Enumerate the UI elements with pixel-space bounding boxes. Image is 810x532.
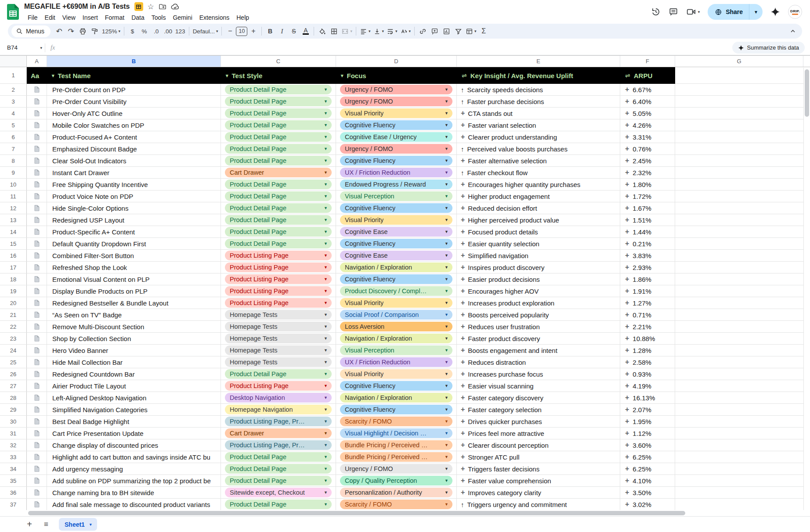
focus-chip[interactable]: UX / Friction Reduction▼ <box>340 168 452 177</box>
chip-caret-icon[interactable]: ▼ <box>445 135 448 139</box>
labs-badge-icon[interactable] <box>134 2 143 11</box>
chip-caret-icon[interactable]: ▼ <box>324 253 328 258</box>
focus-chip[interactable]: Visual Perception▼ <box>340 345 452 355</box>
chip-caret-icon[interactable]: ▼ <box>445 99 448 104</box>
doc-icon-cell[interactable] <box>27 84 47 95</box>
empty-cell[interactable] <box>675 131 810 143</box>
focus-chip[interactable]: Cognitive Ease / Urgency▼ <box>340 132 452 142</box>
chip-caret-icon[interactable]: ▼ <box>445 277 448 281</box>
insert-comment-button[interactable] <box>429 25 441 37</box>
arpu-cell[interactable]: +1.80% <box>620 179 675 190</box>
test-style-chip[interactable]: Product Listing Page▼ <box>225 262 332 272</box>
focus-chip[interactable]: Personanlization / Authority▼ <box>340 488 452 497</box>
doc-icon-cell[interactable] <box>27 463 47 474</box>
arpu-cell[interactable]: +1.12% <box>620 428 675 439</box>
insight-cell[interactable]: +Focused product details <box>457 226 620 237</box>
test-style-chip[interactable]: Product Detail Page▼ <box>225 464 332 474</box>
arpu-cell[interactable]: +0.93% <box>620 368 675 380</box>
test-style-cell[interactable]: Product Detail Page▼ <box>221 155 336 166</box>
focus-chip[interactable]: Scarcity / FOMO▼ <box>340 417 452 426</box>
chip-caret-icon[interactable]: ▼ <box>324 455 328 459</box>
test-style-cell[interactable]: Product Detail Page▼ <box>221 238 336 249</box>
horizontal-scrollbar-thumb[interactable] <box>28 511 685 515</box>
test-style-chip[interactable]: Product Detail Page▼ <box>225 369 332 379</box>
row-number[interactable]: 9 <box>0 167 27 178</box>
row-number[interactable]: 32 <box>0 439 27 451</box>
chip-caret-icon[interactable]: ▼ <box>445 170 448 175</box>
empty-cell[interactable] <box>675 499 810 510</box>
test-style-cell[interactable]: Homepage Tests▼ <box>221 345 336 356</box>
empty-cell[interactable] <box>675 428 810 439</box>
focus-cell[interactable]: Navigation / Exploration▼ <box>336 333 457 344</box>
menu-help[interactable]: Help <box>233 14 253 21</box>
insight-cell[interactable]: +Faster variant selection <box>457 119 620 131</box>
merge-cells-button[interactable]: ▾ <box>340 25 354 37</box>
chip-caret-icon[interactable]: ▼ <box>324 313 328 317</box>
empty-cell[interactable] <box>675 309 810 320</box>
chip-caret-icon[interactable]: ▼ <box>445 147 448 151</box>
chip-caret-icon[interactable]: ▼ <box>324 431 328 435</box>
arpu-cell[interactable]: +5.05% <box>620 108 675 119</box>
chip-caret-icon[interactable]: ▼ <box>445 182 448 187</box>
sheet-tab-sheet1[interactable]: Sheet1 ▾ <box>59 518 97 531</box>
focus-chip[interactable]: Visual Perception▼ <box>340 191 452 201</box>
doc-icon-cell[interactable] <box>27 392 47 403</box>
meet-video-icon[interactable]: ▾ <box>686 7 700 17</box>
test-style-cell[interactable]: Product Listing Page▼ <box>221 273 336 285</box>
doc-icon-cell[interactable] <box>27 108 47 119</box>
test-style-cell[interactable]: Product Detail Page▼ <box>221 143 336 155</box>
test-style-chip[interactable]: Product Detail Page▼ <box>225 203 332 213</box>
test-style-cell[interactable]: Cart Drawer▼ <box>221 167 336 178</box>
test-name-cell[interactable]: Best Deal Badge Highlight <box>47 416 221 427</box>
doc-icon-cell[interactable] <box>27 428 47 439</box>
insight-cell[interactable]: +Stronger ATC pull <box>457 451 620 463</box>
arpu-cell[interactable]: +1.27% <box>620 297 675 309</box>
row-number[interactable]: 7 <box>0 143 27 155</box>
focus-chip[interactable]: Scarcity / FOMO▼ <box>340 500 452 509</box>
italic-button[interactable]: I <box>276 25 288 37</box>
chip-caret-icon[interactable]: ▼ <box>324 490 328 495</box>
empty-cell[interactable] <box>675 475 810 486</box>
test-style-cell[interactable]: Product Detail Page▼ <box>221 84 336 95</box>
focus-cell[interactable]: Loss Aversion▼ <box>336 321 457 332</box>
test-name-cell[interactable]: Default Quantity Dropdown First <box>47 238 221 249</box>
document-title[interactable]: MEGAFILE +€690M in A/B Tests <box>24 3 130 11</box>
doc-icon-cell[interactable] <box>27 214 47 226</box>
doc-icon-cell[interactable] <box>27 226 47 237</box>
test-style-chip[interactable]: Product Listing Page▼ <box>225 251 332 260</box>
chip-caret-icon[interactable]: ▼ <box>324 99 328 104</box>
doc-icon-cell[interactable] <box>27 356 47 368</box>
insight-cell[interactable]: +Drives quicker purchases <box>457 416 620 427</box>
arpu-cell[interactable]: +3.60% <box>620 439 675 451</box>
arpu-cell[interactable]: +4.10% <box>620 475 675 486</box>
chip-caret-icon[interactable]: ▼ <box>324 277 328 281</box>
row-number[interactable]: 28 <box>0 392 27 403</box>
star-icon[interactable]: ☆ <box>148 2 154 11</box>
row-number[interactable]: 30 <box>0 416 27 427</box>
chip-caret-icon[interactable]: ▼ <box>445 218 448 222</box>
insight-cell[interactable]: +Reduces distraction <box>457 356 620 368</box>
insight-cell[interactable]: +Faster product discovery <box>457 333 620 344</box>
insight-cell[interactable]: +Improves category clarity <box>457 487 620 498</box>
sheet-tab-caret-icon[interactable]: ▾ <box>90 522 92 527</box>
text-wrap-button[interactable]: ▾ <box>385 25 399 37</box>
insert-link-button[interactable] <box>417 25 429 37</box>
test-style-cell[interactable]: Product Listing Page▼ <box>221 250 336 261</box>
chip-caret-icon[interactable]: ▼ <box>324 111 328 115</box>
focus-chip[interactable]: Cognitive Fluency▼ <box>340 274 452 284</box>
arpu-cell[interactable]: +1.86% <box>620 273 675 285</box>
focus-chip[interactable]: Loss Aversion▼ <box>340 322 452 331</box>
test-style-cell[interactable]: Product Detail Page▼ <box>221 499 336 510</box>
insight-cell[interactable]: +CTA stands out <box>457 108 620 119</box>
test-style-chip[interactable]: Sitewide except, Checkout▼ <box>225 488 332 497</box>
row-number[interactable]: 26 <box>0 368 27 380</box>
insight-cell[interactable]: +Increases purchase focus <box>457 368 620 380</box>
doc-icon-cell[interactable] <box>27 333 47 344</box>
chip-caret-icon[interactable]: ▼ <box>445 206 448 210</box>
row-number[interactable]: 14 <box>0 226 27 237</box>
font-size-input[interactable]: 10 <box>236 27 247 36</box>
focus-chip[interactable]: Cognitive Fluency▼ <box>340 156 452 165</box>
insight-cell[interactable]: +Increases product exploration <box>457 297 620 309</box>
hide-menus-chevron[interactable] <box>787 25 799 37</box>
chip-caret-icon[interactable]: ▼ <box>324 395 328 400</box>
